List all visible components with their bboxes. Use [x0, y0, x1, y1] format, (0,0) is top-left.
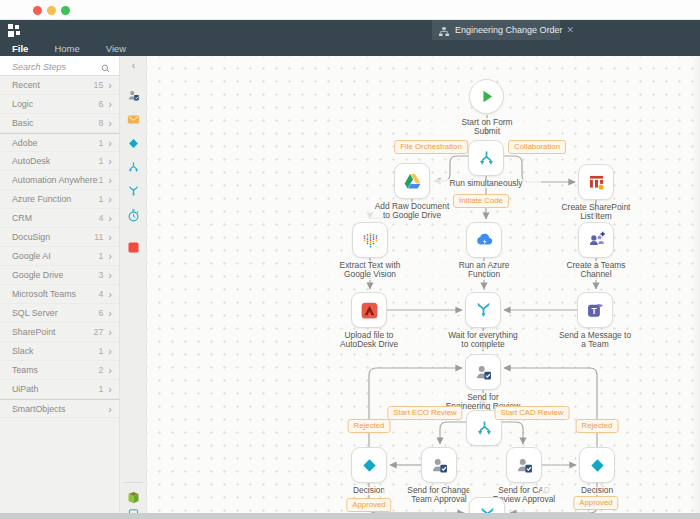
- window-bottom-edge: [0, 513, 700, 519]
- chevron-right-icon: ›: [108, 384, 112, 394]
- sidebar-item-crm[interactable]: CRM4›: [0, 209, 119, 228]
- chevron-right-icon: ›: [108, 213, 112, 223]
- workflow-tab-icon: [438, 24, 450, 36]
- favorites-toolstrip: ‹: [120, 56, 147, 513]
- node-send-message-to-team[interactable]: T: [577, 292, 613, 328]
- sidebar-item-label: Slack: [12, 346, 98, 356]
- sidebar-item-label: Google Drive: [12, 270, 98, 280]
- tab-engineering-change-order[interactable]: Engineering Change Order ✕: [432, 20, 560, 40]
- chevron-right-icon: ›: [108, 232, 112, 242]
- workflow-canvas[interactable]: Start on FormSubmitRun simultaneouslyAdd…: [147, 56, 700, 513]
- sidebar-item-label: CRM: [12, 213, 98, 223]
- sidebar-item-count: 15: [94, 80, 104, 90]
- sidebar-item-azure-function[interactable]: Azure Function1›: [0, 190, 119, 209]
- tag-approved: Approved: [573, 496, 618, 510]
- merge-paths-icon[interactable]: [126, 184, 141, 199]
- sidebar-item-sharepoint[interactable]: SharePoint27›: [0, 323, 119, 342]
- split-paths-icon[interactable]: [126, 160, 141, 175]
- sidebar-item-autodesk[interactable]: AutoDesk1›: [0, 152, 119, 171]
- sidebar-item-basic[interactable]: Basic8›: [0, 114, 119, 133]
- collapse-panel-button[interactable]: ‹: [120, 59, 147, 71]
- node-upload-file-autodesk-drive[interactable]: [351, 292, 387, 328]
- traffic-light-close-button[interactable]: [33, 6, 42, 15]
- app-logo-icon[interactable]: [8, 24, 21, 37]
- sidebar-item-smartobjects[interactable]: SmartObjects›: [0, 399, 119, 418]
- user-task-icon[interactable]: [126, 88, 141, 103]
- sidebar-item-google-drive[interactable]: Google Drive3›: [0, 266, 119, 285]
- search-bar: [0, 56, 119, 76]
- node-extract-text-google-vision[interactable]: [352, 222, 388, 258]
- email-icon[interactable]: [126, 112, 141, 127]
- sidebar-item-count: 1: [98, 251, 103, 261]
- chevron-right-icon: ›: [108, 156, 112, 166]
- sidebar-item-microsoft-teams[interactable]: Microsoft Teams4›: [0, 285, 119, 304]
- sidebar-item-count: 1: [98, 384, 103, 394]
- tag-rejected: Rejected: [348, 419, 391, 433]
- connector-13: [440, 422, 466, 444]
- tag-approved: Approved: [346, 498, 391, 512]
- decision-icon[interactable]: [126, 136, 141, 151]
- node-create-teams-channel[interactable]: [578, 222, 614, 258]
- node-decision-left[interactable]: [351, 447, 387, 483]
- sidebar-item-count: 1: [98, 194, 103, 204]
- sidebar-item-automation-anywhere[interactable]: Automation Anywhere1›: [0, 171, 119, 190]
- node-add-raw-document-google-drive[interactable]: [394, 163, 430, 199]
- node-send-for-engineering-review[interactable]: [465, 354, 501, 390]
- chevron-right-icon: ›: [108, 327, 112, 337]
- menu-item-home[interactable]: Home: [54, 43, 79, 54]
- smartobject-cube-icon[interactable]: [126, 490, 141, 505]
- sidebar-item-count: 4: [98, 213, 103, 223]
- sidebar-item-sql-server[interactable]: SQL Server6›: [0, 304, 119, 323]
- chevron-right-icon: ›: [108, 80, 112, 90]
- tab-close-icon[interactable]: ✕: [567, 25, 575, 35]
- node-create-sharepoint-list-item[interactable]: [578, 164, 614, 200]
- titlebar: [0, 0, 700, 20]
- node-merge-bottom[interactable]: [469, 497, 505, 513]
- sidebar-item-label: Google AI: [12, 251, 98, 261]
- node-send-change-team-approval[interactable]: [421, 447, 457, 483]
- node-run-azure-function[interactable]: [466, 222, 502, 258]
- traffic-light-fullscreen-button[interactable]: [61, 6, 70, 15]
- search-icon[interactable]: [100, 60, 111, 71]
- sidebar-item-label: Automation Anywhere: [12, 175, 98, 185]
- connector-lines: [147, 56, 700, 513]
- sidebar-item-teams[interactable]: Teams2›: [0, 361, 119, 380]
- chevron-right-icon: ›: [108, 138, 112, 148]
- chevron-right-icon: ›: [108, 194, 112, 204]
- sidebar-item-logic[interactable]: Logic6›: [0, 95, 119, 114]
- connector-14: [502, 422, 523, 444]
- app-header: Engineering Change Order ✕ FileHomeView: [0, 20, 700, 56]
- timer-icon[interactable]: [126, 208, 141, 223]
- traffic-light-minimize-button[interactable]: [47, 6, 56, 15]
- sidebar-item-label: Teams: [12, 365, 98, 375]
- node-send-cad-review-approval[interactable]: [506, 447, 542, 483]
- steps-sidebar: Recent15›Logic6›Basic8›Adobe1›AutoDesk1›…: [0, 56, 120, 513]
- node-decision-right[interactable]: [579, 447, 615, 483]
- svg-text:T: T: [591, 306, 596, 316]
- terminate-icon[interactable]: [126, 240, 141, 255]
- sidebar-item-label: Recent: [12, 80, 94, 90]
- chevron-right-icon: ›: [108, 346, 112, 356]
- node-start[interactable]: [469, 79, 504, 114]
- sidebar-item-adobe[interactable]: Adobe1›: [0, 133, 119, 152]
- sidebar-item-count: 8: [98, 118, 103, 128]
- sidebar-item-recent[interactable]: Recent15›: [0, 76, 119, 95]
- tag-start-cad-review: Start CAD Review: [495, 406, 570, 420]
- sidebar-item-uipath[interactable]: UiPath1›: [0, 380, 119, 399]
- sidebar-item-count: 4: [98, 289, 103, 299]
- sidebar-item-slack[interactable]: Slack1›: [0, 342, 119, 361]
- chevron-right-icon: ›: [108, 118, 112, 128]
- node-wait-for-everything[interactable]: [465, 292, 501, 328]
- sidebar-item-docusign[interactable]: DocuSign11›: [0, 228, 119, 247]
- menu-item-file[interactable]: File: [12, 43, 28, 54]
- tag-collaboration: Collaboration: [508, 140, 566, 154]
- menu-item-view[interactable]: View: [106, 43, 126, 54]
- sidebar-item-count: 11: [94, 232, 103, 242]
- node-run-simultaneously[interactable]: [468, 140, 504, 176]
- sidebar-item-label: SmartObjects: [12, 404, 103, 414]
- chevron-right-icon: ›: [108, 175, 112, 185]
- chevron-right-icon: ›: [108, 289, 112, 299]
- sidebar-item-label: Microsoft Teams: [12, 289, 98, 299]
- sidebar-item-count: 6: [98, 308, 103, 318]
- sidebar-item-google-ai[interactable]: Google AI1›: [0, 247, 119, 266]
